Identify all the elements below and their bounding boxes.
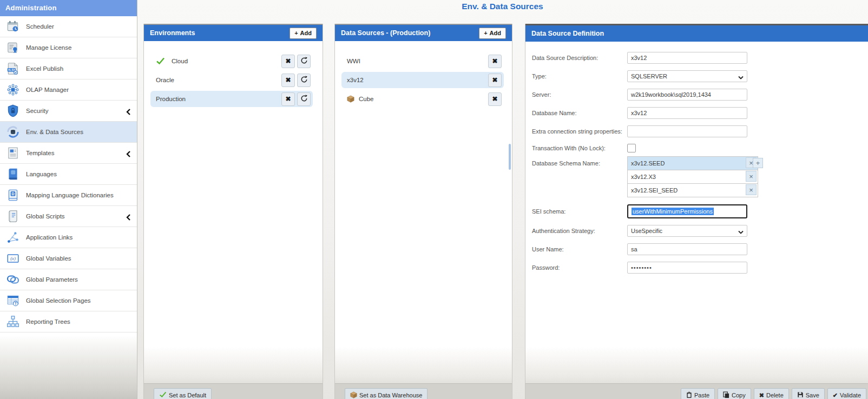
sidebar-item-languages[interactable]: Languages (0, 164, 137, 185)
data-sources-panel-footer: Set as Data Warehouse (335, 383, 512, 399)
sidebar-item-scheduler[interactable]: Scheduler (0, 16, 137, 37)
refresh-environment-button[interactable] (297, 55, 311, 68)
sidebar-item-manage-license[interactable]: Manage License (0, 37, 137, 58)
delete-environment-button[interactable]: ✖ (281, 55, 295, 68)
delete-x-icon: ✖ (492, 96, 497, 102)
environment-row-oracle[interactable]: Oracle ✖ (150, 72, 313, 88)
remove-schema-button[interactable]: × (746, 184, 757, 195)
no-lock-label: Transaction With (No Lock): (532, 145, 627, 151)
plus-icon: + (484, 30, 487, 36)
sidebar-item-label: Excel Publish (26, 65, 63, 72)
page-title: Env. & Data Sources (137, 2, 868, 11)
environment-row-production[interactable]: Production ✖ (150, 91, 313, 107)
schema-row[interactable]: x3v12.X3 × (627, 170, 758, 184)
paste-button[interactable]: Paste (681, 388, 715, 399)
environments-panel: Environments + Add Cloud ✖ Oracle ✖ Prod… (143, 24, 323, 399)
save-floppy-icon (797, 391, 804, 399)
svg-text:D: D (11, 192, 14, 196)
book-icon (6, 167, 20, 181)
sidebar-item-excel-publish[interactable]: XLSX Excel Publish (0, 58, 137, 79)
sidebar-item-label: Application Links (26, 234, 73, 241)
selection-pages-icon: T (6, 294, 20, 308)
scheduler-icon (6, 19, 20, 34)
variable-icon: (x) (6, 251, 20, 265)
plus-icon: + (294, 30, 298, 36)
schema-row[interactable]: x3v12.SEI_SEED × (627, 183, 758, 197)
sidebar-item-global-parameters[interactable]: Global Parameters (0, 269, 137, 290)
delete-environment-button[interactable]: ✖ (281, 74, 295, 87)
sidebar-item-label: Security (26, 108, 49, 114)
data-source-row-cube[interactable]: Cube ✖ (341, 91, 504, 107)
server-input[interactable]: w2k19workbook\sql2019,1434 (627, 89, 747, 101)
validate-button[interactable]: ✔ Validate (827, 388, 866, 399)
sidebar-item-security[interactable]: Security (0, 101, 137, 122)
delete-x-icon: ✖ (285, 77, 291, 83)
data-source-name: WWI (347, 58, 360, 64)
type-label: Type: (532, 73, 627, 79)
sidebar-item-label: Templates (26, 150, 54, 156)
delete-x-icon: ✖ (285, 96, 291, 102)
environments-panel-footer: Set as Default (144, 383, 323, 399)
data-source-row-wwi[interactable]: WWI ✖ (341, 53, 504, 69)
environment-row-cloud[interactable]: Cloud ✖ (150, 53, 313, 69)
extra-properties-input[interactable] (627, 125, 747, 137)
data-source-row-x3v12[interactable]: x3v12 ✖ (341, 72, 504, 88)
sidebar-item-global-selection-pages[interactable]: T Global Selection Pages (0, 290, 137, 311)
sidebar-item-global-scripts[interactable]: Global Scripts (0, 206, 137, 227)
sei-schema-input[interactable]: userWithMinimumPermissions (627, 204, 747, 218)
set-as-default-button[interactable]: Set as Default (154, 388, 212, 399)
sidebar-item-label: Languages (26, 171, 57, 177)
sidebar-item-env-data-sources[interactable]: Env. & Data Sources (0, 122, 137, 143)
delete-x-icon: ✖ (492, 58, 497, 64)
chevron-down-icon (738, 74, 744, 81)
user-name-input[interactable]: sa (627, 243, 747, 255)
user-name-label: User Name: (532, 246, 627, 252)
definition-panel-title: Data Source Definition (531, 30, 604, 37)
plus-icon: + (756, 159, 760, 167)
sidebar-item-label: Global Selection Pages (26, 297, 91, 304)
delete-button[interactable]: ✖ Delete (754, 388, 789, 399)
description-input[interactable]: x3v12 (627, 52, 747, 64)
sidebar-item-templates[interactable]: Templates (0, 143, 137, 164)
auth-strategy-label: Authentication Strategy: (532, 228, 627, 234)
license-icon (6, 41, 20, 55)
password-input[interactable]: •••••••• (627, 262, 747, 274)
add-environment-button[interactable]: + Add (290, 28, 317, 39)
copy-pages-icon (723, 391, 729, 399)
data-sources-panel-title: Data Sources - (Production) (341, 29, 430, 37)
schema-row[interactable]: x3v12.SEED × (627, 156, 758, 170)
extra-properties-label: Extra connection string properties: (532, 128, 627, 135)
add-data-source-button[interactable]: + Add (479, 28, 506, 39)
type-select[interactable]: SQLSERVER (627, 70, 747, 82)
environment-name: Production (156, 96, 186, 102)
delete-data-source-button[interactable]: ✖ (488, 92, 502, 106)
sidebar-item-application-links[interactable]: Application Links (0, 227, 137, 248)
sidebar-item-label: Env. & Data Sources (26, 129, 83, 135)
default-check-icon (156, 57, 165, 65)
sidebar-item-label: Manage License (26, 44, 71, 51)
copy-button[interactable]: Copy (718, 388, 751, 399)
remove-schema-button[interactable]: × (746, 171, 757, 182)
save-button[interactable]: Save (792, 388, 825, 399)
vertical-scrollbar-thumb[interactable] (509, 144, 511, 170)
sidebar-item-label: Scheduler (26, 23, 54, 30)
set-as-data-warehouse-button[interactable]: Set as Data Warehouse (345, 388, 428, 399)
sidebar-item-global-variables[interactable]: (x) Global Variables (0, 248, 137, 269)
server-label: Server: (532, 91, 627, 98)
sidebar-item-olap-manager[interactable]: OLAP Manager (0, 79, 137, 101)
dictionary-icon: D (6, 188, 20, 202)
sidebar-item-reporting-trees[interactable]: Reporting Trees (0, 311, 137, 332)
excel-file-icon: XLSX (6, 62, 20, 76)
refresh-environment-button[interactable] (297, 74, 311, 87)
svg-text:(x): (x) (10, 256, 16, 261)
database-name-input[interactable]: x3v12 (627, 107, 747, 119)
delete-data-source-button[interactable]: ✖ (488, 55, 502, 68)
delete-x-icon: ✖ (285, 58, 291, 64)
sidebar-item-mapping-language-dictionaries[interactable]: D Mapping Language Dictionaries (0, 185, 137, 206)
refresh-environment-button[interactable] (297, 92, 311, 106)
delete-data-source-button[interactable]: ✖ (488, 74, 502, 87)
no-lock-checkbox[interactable] (627, 144, 636, 152)
auth-strategy-select[interactable]: UseSpecific (627, 225, 747, 237)
delete-environment-button[interactable]: ✖ (281, 92, 295, 106)
add-schema-button[interactable]: + (753, 158, 763, 168)
